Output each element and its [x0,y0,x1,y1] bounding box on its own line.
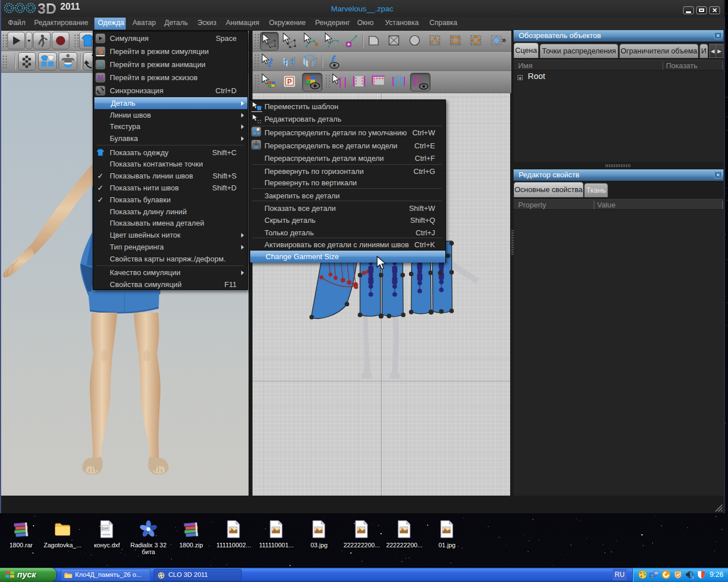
svg-text:DXF: DXF [102,527,109,530]
svg-text:P: P [287,78,292,86]
